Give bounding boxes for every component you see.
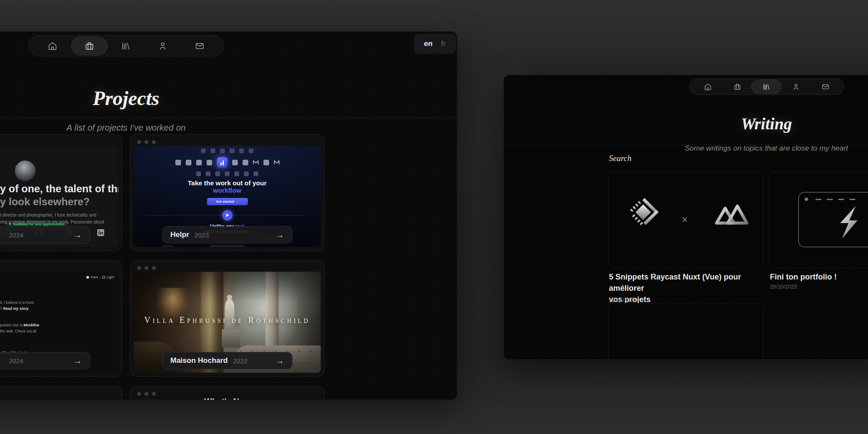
library-icon (763, 83, 770, 91)
lang-en[interactable]: en (424, 39, 433, 48)
briefcase-icon (85, 41, 94, 51)
main-nav-right (689, 79, 844, 95)
projects-window: en fr Projects A list of projects I've w… (0, 31, 457, 400)
project-name: Helpr (171, 230, 189, 239)
project-footer: 2024 → (0, 352, 90, 369)
nuxt-logo (712, 201, 750, 227)
arrow-icon[interactable]: → (276, 356, 284, 366)
nav-about[interactable] (781, 79, 811, 95)
lang-fr[interactable]: fr (441, 39, 446, 48)
article-date: 22/01/2024 (609, 297, 636, 303)
helpr-hero-accent: workflow (134, 187, 321, 194)
feature-integrations: Integrations (266, 245, 309, 247)
status-dot (9, 223, 11, 225)
gmail-icon (274, 160, 279, 165)
arrow-icon[interactable]: → (276, 230, 284, 240)
project-year: 2024 (9, 231, 23, 239)
dark-swatch-icon (86, 276, 89, 279)
light-swatch-icon (102, 276, 105, 279)
writing-header: Writing Some writings on topics that are… (608, 104, 868, 153)
nav-contact[interactable] (181, 36, 218, 56)
mail-icon (195, 41, 204, 51)
project-year: 2023 (194, 231, 209, 239)
briefcase-icon (733, 83, 741, 91)
profile-headline-muted: y look elsewhere? (0, 196, 90, 208)
article-date: 20/10/2023 (770, 284, 797, 290)
project-footer: Maison Hochard 2022 → (162, 352, 293, 369)
project-year: 2024 (9, 357, 23, 365)
mail-icon (822, 83, 829, 91)
menu-dashes (815, 199, 855, 200)
theme-toggle: Dark | Light (86, 275, 114, 279)
search-label: Search (609, 154, 631, 163)
arrow-icon[interactable]: → (73, 356, 82, 366)
lightning-bolt-icon (835, 204, 862, 240)
logo-separator: × (682, 214, 687, 226)
window-dots (134, 264, 321, 270)
window-dot (805, 197, 808, 201)
page-title: Projects (0, 88, 325, 109)
raycast-logo (626, 195, 660, 229)
library-icon (121, 41, 131, 51)
helpr-hero: Take the work out of your (134, 179, 321, 187)
desktop: en fr Projects A list of projects I've w… (0, 0, 868, 434)
feature-fast: Fast (146, 245, 189, 247)
project-footer: Helpr 2023 → (162, 226, 293, 243)
browser-frame (798, 192, 868, 247)
home-icon (704, 83, 712, 91)
project-card-site[interactable]: Dark | Light it, I believe in a more ? R… (0, 260, 122, 377)
project-year: 2022 (233, 357, 247, 365)
arrow-icon[interactable]: → (73, 230, 82, 240)
project-name: Maison Hochard (171, 356, 228, 365)
article-title[interactable]: Fini ton portfolio ! (770, 271, 868, 283)
home-icon (48, 41, 57, 51)
get-started-button: Get started → (207, 198, 248, 205)
page-subtitle: A list of projects I've worked on (0, 123, 325, 133)
helpr-features: Fast Dynamic Create powerful flows with … (134, 245, 321, 247)
nav-home[interactable] (693, 79, 723, 95)
integration-icon-grid (134, 146, 321, 176)
feature-dynamic: Dynamic Create powerful flows with our d… (206, 245, 249, 247)
window-dots (134, 138, 321, 144)
project-card-helpr[interactable]: Take the work out of your workflow Get s… (130, 134, 325, 251)
whatsnew-title: What's New (134, 397, 321, 400)
nav-about[interactable] (145, 36, 181, 56)
main-nav-left (29, 35, 224, 56)
nav-contact[interactable] (811, 79, 840, 95)
projects-header: Projects A list of projects I've worked … (0, 74, 325, 133)
nav-writing[interactable] (752, 79, 782, 95)
villa-title: Villa Ephrussi de Rothschild (134, 315, 321, 325)
site-text-2: portant one is Mockline the web. Check o… (0, 322, 39, 334)
video-divider (134, 210, 321, 220)
gmail-icon (253, 160, 259, 165)
writing-window: Writing Some writings on topics that are… (503, 75, 868, 360)
helpr-logo-icon (217, 157, 227, 168)
window-dots (134, 390, 321, 396)
page-title: Writing (608, 115, 868, 133)
profile-headline: y of one, the talent of three (0, 183, 118, 195)
play-button (222, 210, 233, 220)
ladder-graphic (609, 303, 763, 360)
article-card-raycast-nuxt[interactable]: × (608, 172, 763, 268)
page-subtitle: Some writings on topics that are close t… (608, 144, 868, 153)
nav-home[interactable] (34, 36, 71, 56)
nav-projects[interactable] (71, 36, 108, 56)
language-switcher: en fr (414, 34, 456, 54)
article-card-portfolio[interactable] (769, 172, 868, 268)
window-dots (0, 138, 118, 144)
project-card-profile[interactable]: y of one, the talent of three y look els… (0, 134, 122, 251)
nav-writing[interactable] (108, 36, 145, 56)
linkedin-icon[interactable] (97, 229, 105, 237)
avatar (15, 161, 35, 181)
nav-projects[interactable] (723, 79, 752, 95)
article-card-ladder[interactable] (608, 303, 763, 360)
project-card-whatsnew[interactable]: What's New (130, 386, 325, 400)
person-icon (158, 41, 168, 51)
project-card-partial[interactable] (0, 386, 122, 400)
window-dots (0, 390, 118, 396)
window-dots (0, 264, 118, 270)
site-text-1: it, I believe in a more ? Read my story (0, 299, 34, 312)
project-card-maison[interactable]: Villa Ephrussi de Rothschild Maison Hoch… (130, 260, 325, 377)
project-footer: 2024 → (0, 226, 90, 243)
person-icon (792, 83, 800, 91)
